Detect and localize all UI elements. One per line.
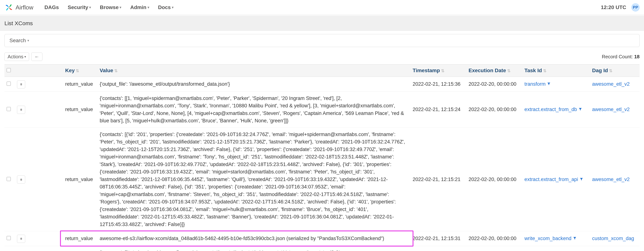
sort-icon: ⇅ [441,68,444,73]
table-row: 🗑return_value{'output_file': '/awesome_e… [4,77,640,92]
cell-key: return_value [63,77,98,92]
cell-key: return_value [63,231,98,246]
user-avatar[interactable]: PP [632,3,640,12]
nav-security[interactable]: Security▾ [68,4,91,10]
dag-id-link[interactable]: awesome_etl_v2 [592,106,630,112]
task-id-link[interactable]: write_xcom_backend [524,236,572,241]
sort-icon: ⇅ [609,68,612,73]
trash-icon: 🗑 [20,178,22,181]
brand[interactable]: Airflow [4,3,33,12]
col-actions [15,64,63,77]
caret-down-icon: ▾ [120,5,121,10]
trash-icon: 🗑 [20,237,22,240]
row-checkbox[interactable] [7,107,11,111]
cell-execution-date: 2022-02-20, 00:00:00 [466,231,522,246]
actions-dropdown[interactable]: Actions▾ [4,52,29,61]
nav-items: DAGs Security▾ Browse▾ Admin▾ Docs▾ [44,4,174,10]
search-toggle[interactable]: Search▾ [10,38,29,44]
table-row: 🗑return_value{'contacts': [{'id': '201',… [4,128,640,231]
search-panel[interactable]: Search▾ [4,34,640,47]
cell-task-id: extract.extract_from_db [522,92,590,128]
trash-icon: 🗑 [20,83,22,86]
cell-value: awesome-etl-s3://airflow-xcom/data_048ad… [98,231,410,246]
cell-dag-id: awesome_etl_v2 [590,128,640,231]
cell-timestamp: 2022-02-21, 12:15:17 [410,246,466,251]
cell-timestamp: 2022-02-21, 12:15:36 [410,77,466,92]
cell-task-id: transform [522,77,590,92]
caret-down-icon: ▾ [172,5,174,10]
task-id-link[interactable]: extract.extract_from_api [524,176,578,182]
filter-icon[interactable] [547,82,551,87]
table-header-row: Key⇅ Value⇅ Timestamp⇅ Execution Date⇅ T… [4,64,640,77]
airflow-logo-icon [4,3,13,12]
cell-dag-id: awesome_etl_v2 [590,77,640,92]
cell-key: return_value [63,92,98,128]
col-dag-id[interactable]: Dag Id⇅ [590,64,640,77]
col-execution-date[interactable]: Execution Date⇅ [466,64,522,77]
cell-dag-id: custom_xcom_dag [590,231,640,246]
table-row: 🗑return_value{'contacts': [[1, 'miguel+s… [4,92,640,128]
page-title: List XComs [4,20,640,26]
sort-icon: ⇅ [507,68,510,73]
cell-value: {'contacts': [[1, 'miguel+spiderman@xmar… [98,92,410,128]
back-button[interactable]: ← [31,52,42,61]
cell-dag-id: awesome_etl_v2 [590,246,640,251]
cell-task-id: extract.extract_from_api [522,128,590,231]
col-task-id[interactable]: Task Id⇅ [522,64,590,77]
dag-id-link[interactable]: awesome_etl_v2 [592,81,630,87]
task-id-link[interactable]: transform [524,81,546,87]
cell-value: {'output_file': '/awesome_etl/output/tra… [98,77,410,92]
cell-dag-id: awesome_etl_v2 [590,92,640,128]
cell-value: {'contacts': [[1, 'miguel+spiderman@xmar… [98,246,410,251]
dag-id-link[interactable]: custom_xcom_dag [592,236,634,241]
nav-admin[interactable]: Admin▾ [130,4,149,10]
delete-button[interactable]: 🗑 [17,80,25,88]
delete-button[interactable]: 🗑 [17,176,25,184]
filter-icon[interactable] [580,177,583,182]
cell-key: return_value [63,128,98,231]
filter-icon[interactable] [573,236,576,241]
record-count: Record Count: 18 [602,54,640,60]
row-checkbox[interactable] [7,236,11,240]
row-checkbox[interactable] [7,177,11,181]
caret-down-icon: ▾ [28,38,29,42]
table-row: 🗑return_valueawesome-etl-s3://airflow-xc… [4,231,640,246]
caret-down-icon: ▾ [148,5,149,10]
nav-docs[interactable]: Docs▾ [158,4,174,10]
cell-task-id: extract.extract_from_db [522,246,590,251]
col-key[interactable]: Key⇅ [63,64,98,77]
row-checkbox[interactable] [7,82,11,86]
navbar: Airflow DAGs Security▾ Browse▾ Admin▾ Do… [0,0,644,15]
cell-execution-date: 2022-02-19, 00:00:00 [466,246,522,251]
select-all-checkbox[interactable] [7,68,11,72]
table-row: 🗑return_value{'contacts': [[1, 'miguel+s… [4,246,640,251]
brand-text: Airflow [16,4,33,11]
sort-icon: ⇅ [76,68,79,73]
col-select-all [4,64,15,77]
page-title-bar: List XComs [0,16,644,31]
time-display[interactable]: 12:20 UTC [601,4,626,10]
cell-key: return_value [63,246,98,251]
caret-down-icon: ▾ [24,55,26,58]
content: Search▾ Actions▾ ← Record Count: 18 Key⇅… [0,31,644,251]
trash-icon: 🗑 [20,108,22,111]
col-value[interactable]: Value⇅ [98,64,410,77]
delete-button[interactable]: 🗑 [17,235,25,243]
dag-id-link[interactable]: awesome_etl_v2 [592,176,630,182]
xcom-table: Key⇅ Value⇅ Timestamp⇅ Execution Date⇅ T… [4,64,640,251]
nav-browse[interactable]: Browse▾ [100,4,121,10]
col-timestamp[interactable]: Timestamp⇅ [410,64,466,77]
nav-right: 12:20 UTC PP [601,3,640,12]
cell-execution-date: 2022-02-20, 00:00:00 [466,77,522,92]
cell-execution-date: 2022-02-20, 00:00:00 [466,128,522,231]
task-id-link[interactable]: extract.extract_from_db [524,106,577,112]
delete-button[interactable]: 🗑 [17,106,25,114]
cell-task-id: write_xcom_backend [522,231,590,246]
caret-down-icon: ▾ [89,5,91,10]
filter-icon[interactable] [578,107,582,112]
sort-icon: ⇅ [543,68,546,73]
cell-execution-date: 2022-02-20, 00:00:00 [466,92,522,128]
sort-icon: ⇅ [114,68,118,73]
cell-timestamp: 2022-02-21, 12:15:21 [410,128,466,231]
nav-dags[interactable]: DAGs [44,4,59,10]
